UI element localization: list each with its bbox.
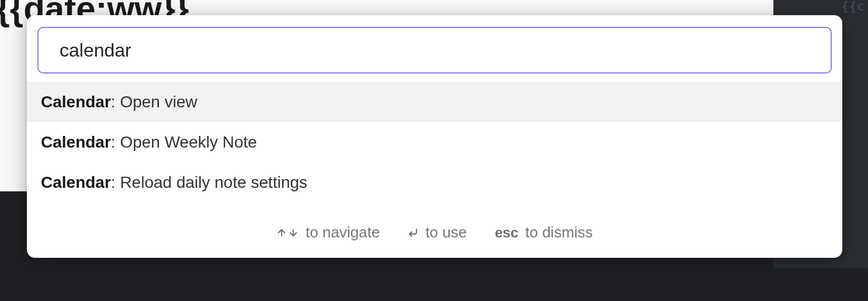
search-wrap xyxy=(27,27,842,82)
enter-icon xyxy=(408,228,418,238)
result-rest: : Reload daily note settings xyxy=(111,173,307,191)
hint-dismiss-label: to dismiss xyxy=(525,223,593,242)
esc-key-label: esc xyxy=(495,225,518,241)
command-result-item[interactable]: Calendar: Reload daily note settings xyxy=(27,162,842,202)
hint-dismiss: esc to dismiss xyxy=(495,223,593,242)
hint-use: to use xyxy=(408,223,467,242)
hint-use-label: to use xyxy=(425,223,467,242)
result-prefix: Calendar xyxy=(41,93,111,111)
corner-text-fragment: {{c xyxy=(841,0,864,13)
command-result-item[interactable]: Calendar: Open Weekly Note xyxy=(27,122,842,162)
command-palette: Calendar: Open view Calendar: Open Weekl… xyxy=(27,15,842,258)
command-search-input[interactable] xyxy=(37,27,832,74)
command-results-list: Calendar: Open view Calendar: Open Weekl… xyxy=(27,82,842,202)
result-rest: : Open view xyxy=(111,93,197,111)
result-prefix: Calendar xyxy=(41,133,111,151)
hint-navigate-label: to navigate xyxy=(305,223,380,242)
arrow-up-down-icon xyxy=(276,228,298,238)
result-prefix: Calendar xyxy=(41,173,111,191)
result-rest: : Open Weekly Note xyxy=(111,133,257,151)
command-hints: to navigate to use esc to dismiss xyxy=(27,202,842,242)
hint-navigate: to navigate xyxy=(276,223,380,242)
command-result-item[interactable]: Calendar: Open view xyxy=(27,82,842,122)
